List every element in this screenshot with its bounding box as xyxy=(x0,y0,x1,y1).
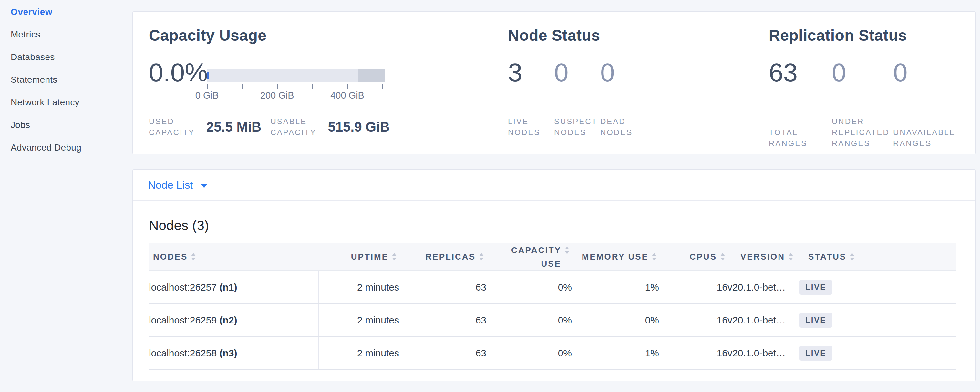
node-address-cell[interactable]: localhost:26259 (n2) xyxy=(149,304,318,337)
replication-status-title: Replication Status xyxy=(769,27,959,44)
uptime-cell: 2 minutes xyxy=(318,304,399,337)
axis-tick-label: 400 GiB xyxy=(330,90,364,101)
capacity-usage-title: Capacity Usage xyxy=(149,27,508,44)
sidebar-item-databases[interactable]: Databases xyxy=(11,47,132,67)
suspect-nodes-label: SUSPECT NODES xyxy=(554,116,600,138)
usable-capacity-label: USABLE CAPACITY xyxy=(270,116,325,138)
column-header-uptime[interactable]: UPTIME xyxy=(318,243,399,271)
node-list-header: Node List xyxy=(133,170,975,201)
status-cell: LIVE xyxy=(800,304,956,337)
status-badge: LIVE xyxy=(800,313,832,328)
node-address: localhost:26258 xyxy=(149,348,217,359)
column-header-cpus[interactable]: CPUS xyxy=(659,243,727,271)
node-list-selector-label: Node List xyxy=(148,179,193,191)
sort-icon xyxy=(652,253,657,260)
node-address-cell[interactable]: localhost:26258 (n3) xyxy=(149,337,318,370)
capacity-use-cell: 0% xyxy=(486,304,572,337)
nodes-section-title: Nodes (3) xyxy=(149,218,959,233)
axis-tick xyxy=(347,84,348,89)
cpus-cell: 16 xyxy=(659,304,727,337)
under-replicated-ranges-count: 0 xyxy=(832,57,893,88)
node-list-selector[interactable]: Node List xyxy=(148,179,208,191)
column-header-nodes[interactable]: NODES xyxy=(149,243,318,271)
memory-use-cell: 1% xyxy=(572,271,659,304)
capacity-usage-section: Capacity Usage 0.0% xyxy=(149,12,508,154)
sidebar-item-statements[interactable]: Statements xyxy=(11,70,132,90)
node-address: localhost:26257 xyxy=(149,282,217,292)
axis-tick xyxy=(242,84,243,89)
sidebar-item-overview[interactable]: Overview xyxy=(11,2,132,22)
column-label: REPLICAS xyxy=(426,252,476,262)
suspect-nodes-count: 0 xyxy=(554,57,600,88)
axis-tick-label: 200 GiB xyxy=(260,90,294,101)
sidebar: Overview Metrics Databases Statements Ne… xyxy=(0,0,132,392)
page: Overview Metrics Databases Statements Ne… xyxy=(0,0,980,392)
column-label: CPUS xyxy=(690,252,717,262)
unavailable-ranges-label: UNAVAILABLE RANGES xyxy=(893,127,959,149)
sort-icon xyxy=(392,253,396,260)
column-label: MEMORY USE xyxy=(582,252,648,262)
sort-icon xyxy=(479,253,484,260)
sidebar-item-network-latency[interactable]: Network Latency xyxy=(11,92,132,112)
column-header-memory-use[interactable]: MEMORY USE xyxy=(572,243,659,271)
column-label: STATUS xyxy=(808,252,846,262)
version-cell: v20.1.0-bet… xyxy=(727,304,800,337)
nodes-table: NODES UPTIME REPLICAS CAPACITY USE xyxy=(149,243,956,370)
status-badge: LIVE xyxy=(800,280,832,295)
capacity-use-cell: 0% xyxy=(486,337,572,370)
column-label: NODES xyxy=(153,252,188,262)
dead-nodes-label: DEAD NODES xyxy=(600,116,646,138)
column-label: UPTIME xyxy=(351,252,388,262)
replicas-cell: 63 xyxy=(399,304,486,337)
table-row: localhost:26257 (n1) 2 minutes 63 0% 1% … xyxy=(149,271,956,304)
sidebar-item-advanced-debug[interactable]: Advanced Debug xyxy=(11,138,132,158)
sidebar-item-metrics[interactable]: Metrics xyxy=(11,25,132,45)
column-header-version[interactable]: VERSION xyxy=(727,243,800,271)
axis-tick-label: 0 GiB xyxy=(196,90,219,101)
under-replicated-ranges-label: UNDER-REPLICATED RANGES xyxy=(832,116,893,149)
live-nodes-count: 3 xyxy=(508,57,554,88)
node-status-section: Node Status 3 0 0 LIVE NODES SUSPECT NOD… xyxy=(508,12,769,154)
sidebar-nav-list: Overview Metrics Databases Statements Ne… xyxy=(0,0,132,158)
column-header-capacity-use[interactable]: CAPACITY USE xyxy=(486,243,572,271)
used-capacity-label: USED CAPACITY xyxy=(149,116,204,138)
column-header-replicas[interactable]: REPLICAS xyxy=(399,243,486,271)
axis-tick xyxy=(312,84,313,89)
cluster-summary-card: Capacity Usage 0.0% xyxy=(132,11,976,154)
cpus-cell: 16 xyxy=(659,271,727,304)
node-id: (n1) xyxy=(220,282,237,292)
version-cell: v20.1.0-bet… xyxy=(727,337,800,370)
sidebar-item-jobs[interactable]: Jobs xyxy=(11,115,132,135)
axis-tick xyxy=(277,84,278,89)
node-id: (n3) xyxy=(220,348,237,359)
status-cell: LIVE xyxy=(800,337,956,370)
total-ranges-label: TOTAL RANGES xyxy=(769,127,832,149)
node-list-card: Node List Nodes (3) NODES xyxy=(132,169,976,381)
column-header-status[interactable]: STATUS xyxy=(800,243,956,271)
sort-icon xyxy=(850,253,854,260)
replicas-cell: 63 xyxy=(399,337,486,370)
status-badge: LIVE xyxy=(800,346,832,361)
sort-icon xyxy=(191,253,196,260)
column-label: VERSION xyxy=(740,252,785,262)
node-id: (n2) xyxy=(220,315,237,325)
sort-icon xyxy=(789,253,793,260)
dead-nodes-count: 0 xyxy=(600,57,646,88)
capacity-use-cell: 0% xyxy=(486,271,572,304)
caret-down-icon xyxy=(200,183,208,188)
table-row: localhost:26259 (n2) 2 minutes 63 0% 0% … xyxy=(149,304,956,337)
unavailable-ranges-count: 0 xyxy=(893,57,959,88)
capacity-bar-track xyxy=(207,69,385,83)
axis-tick xyxy=(382,84,383,89)
version-cell: v20.1.0-bet… xyxy=(727,271,800,304)
uptime-cell: 2 minutes xyxy=(318,271,399,304)
node-address-cell[interactable]: localhost:26257 (n1) xyxy=(149,271,318,304)
memory-use-cell: 0% xyxy=(572,304,659,337)
column-label: CAPACITY USE xyxy=(505,243,561,271)
nodes-section: Nodes (3) NODES UPTIME xyxy=(133,218,975,370)
capacity-bar-chart: 0 GiB 200 GiB 400 GiB xyxy=(207,69,388,108)
capacity-other-segment xyxy=(358,69,385,83)
total-ranges-count: 63 xyxy=(769,57,832,88)
replication-status-section: Replication Status 63 0 0 TOTAL RANGES U… xyxy=(769,12,959,154)
memory-use-cell: 1% xyxy=(572,337,659,370)
